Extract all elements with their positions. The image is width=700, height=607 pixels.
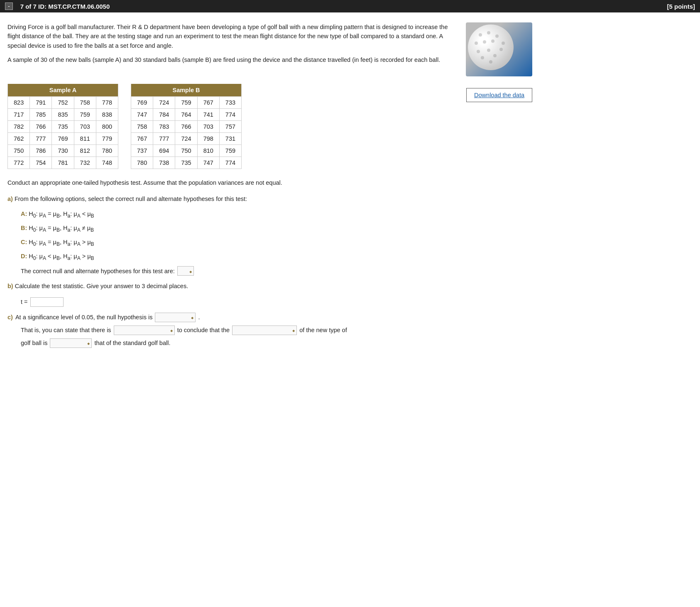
part-a-section: a) From the following options, select th… <box>7 194 532 276</box>
table-cell: 777 <box>30 133 52 145</box>
part-a-question: a) From the following options, select th… <box>7 194 532 204</box>
table-cell: 735 <box>175 157 197 169</box>
option-d-label: D: <box>21 253 27 259</box>
table-row: 747784764741774 <box>131 109 242 121</box>
option-b-label: B: <box>21 225 27 231</box>
sample-b-table: Sample B 7697247597677337477847647417747… <box>131 84 242 169</box>
table-cell: 758 <box>131 121 153 133</box>
table-cell: 767 <box>131 133 153 145</box>
svg-point-12 <box>489 60 492 64</box>
table-cell: 750 <box>175 145 197 157</box>
table-cell: 778 <box>96 97 118 109</box>
sample-b-header: Sample B <box>131 84 242 97</box>
download-button[interactable]: Download the data <box>466 88 532 102</box>
part-b-text: Calculate the test statistic. Give your … <box>15 283 188 289</box>
svg-point-5 <box>483 40 486 44</box>
header-bar: - 7 of 7 ID: MST.CP.CTM.06.0050 [5 point… <box>0 0 700 12</box>
table-cell: 754 <box>30 157 52 169</box>
points-label: [5 points] <box>667 3 695 10</box>
table-cell: 786 <box>30 145 52 157</box>
table-cell: 748 <box>96 157 118 169</box>
conclude-suffix: of the new type of <box>299 327 347 333</box>
option-a-row: A: H0: μA = μB, Ha: μA < μB <box>21 210 532 220</box>
evidence-dropdown[interactable]: sufficient evidence insufficient evidenc… <box>114 326 175 335</box>
table-row: 823791752758778 <box>8 97 118 109</box>
svg-point-0 <box>479 33 482 37</box>
table-cell: 800 <box>96 121 118 133</box>
table-row: 758783766703757 <box>131 121 242 133</box>
table-cell: 764 <box>175 109 197 121</box>
part-a-text: From the following options, select the c… <box>15 196 247 202</box>
option-d-row: D: H0: μA < μB, Ha: μA > μB <box>21 252 532 262</box>
table-cell: 811 <box>74 133 96 145</box>
evidence-select-wrapper: sufficient evidence insufficient evidenc… <box>114 326 175 335</box>
table-cell: 780 <box>131 157 153 169</box>
content-area: Driving Force is a golf ball manufacture… <box>0 19 540 360</box>
table-cell: 703 <box>74 121 96 133</box>
table-cell: 779 <box>96 133 118 145</box>
tables-wrapper: Sample A 8237917527587787177858357598387… <box>7 84 242 169</box>
part-c-select-wrapper: rejected not rejected <box>155 313 196 322</box>
table-cell: 717 <box>8 109 30 121</box>
table-cell: 747 <box>131 109 153 121</box>
table-cell: 759 <box>175 97 197 109</box>
option-a-label: A: <box>21 210 27 217</box>
part-a-dropdown[interactable]: A B C D <box>177 266 194 276</box>
table-cell: 724 <box>175 133 197 145</box>
table-cell: 731 <box>219 133 241 145</box>
table-cell: 732 <box>74 157 96 169</box>
table-cell: 785 <box>30 109 52 121</box>
part-c-label: c) <box>7 314 13 321</box>
option-b-text: H0: μA = μB, Ha: μA ≠ μB <box>29 225 94 231</box>
question-info: 7 of 7 ID: MST.CP.CTM.06.0050 <box>20 3 110 10</box>
part-c-null-hypothesis-dropdown[interactable]: rejected not rejected <box>155 313 196 322</box>
part-c-row1: c) At a significance level of 0.05, the … <box>7 313 532 322</box>
table-cell: 769 <box>131 97 153 109</box>
table-cell: 758 <box>74 97 96 109</box>
table-row: 782766735703800 <box>8 121 118 133</box>
table-cell: 724 <box>153 97 175 109</box>
table-cell: 780 <box>96 145 118 157</box>
table-cell: 812 <box>74 145 96 157</box>
option-d-text: H0: μA < μB, Ha: μA > μB <box>29 253 94 259</box>
table-cell: 791 <box>30 97 52 109</box>
conclude-prefix: to conclude that the <box>177 327 230 333</box>
final-prefix: golf ball is <box>21 340 47 346</box>
part-a-select-wrapper: A B C D <box>177 266 194 276</box>
table-row: 772754781732748 <box>8 157 118 169</box>
svg-point-9 <box>487 49 490 52</box>
table-cell: 838 <box>96 109 118 121</box>
table-cell: 741 <box>197 109 219 121</box>
part-b-answer-row: t = <box>21 297 532 307</box>
table-cell: 769 <box>52 133 74 145</box>
svg-point-7 <box>499 48 503 51</box>
part-a-answer-prefix: The correct null and alternate hypothese… <box>21 268 175 274</box>
table-cell: 810 <box>197 145 219 157</box>
table-cell: 735 <box>52 121 74 133</box>
table-cell: 781 <box>52 157 74 169</box>
table-row: 780738735747774 <box>131 157 242 169</box>
table-cell: 772 <box>8 157 30 169</box>
t-value-input[interactable] <box>30 297 64 307</box>
option-b-row: B: H0: μA = μB, Ha: μA ≠ μB <box>21 224 532 234</box>
part-c-conclusion-row: That is, you can state that there is suf… <box>21 326 532 335</box>
table-cell: 733 <box>219 97 241 109</box>
collapse-button[interactable]: - <box>5 2 13 10</box>
table-cell: 798 <box>197 133 219 145</box>
tables-section: Sample A 8237917527587787177858357598387… <box>7 84 532 169</box>
table-cell: 766 <box>30 121 52 133</box>
svg-point-3 <box>502 42 505 45</box>
svg-point-10 <box>481 56 484 59</box>
svg-point-8 <box>477 50 480 53</box>
table-cell: 752 <box>52 97 74 109</box>
part-b-question: b) Calculate the test statistic. Give yo… <box>7 281 532 291</box>
conclude-dropdown[interactable]: mean flight distance median flight dista… <box>232 326 297 335</box>
table-cell: 762 <box>8 133 30 145</box>
option-c-row: C: H0: μA = μB, Ha: μA > μB <box>21 238 532 248</box>
table-cell: 766 <box>175 121 197 133</box>
table-row: 737694750810759 <box>131 145 242 157</box>
final-dropdown[interactable]: greater than less than equal to <box>50 338 92 348</box>
table-cell: 835 <box>52 109 74 121</box>
table-row: 767777724798731 <box>131 133 242 145</box>
table-row: 762777769811779 <box>8 133 118 145</box>
